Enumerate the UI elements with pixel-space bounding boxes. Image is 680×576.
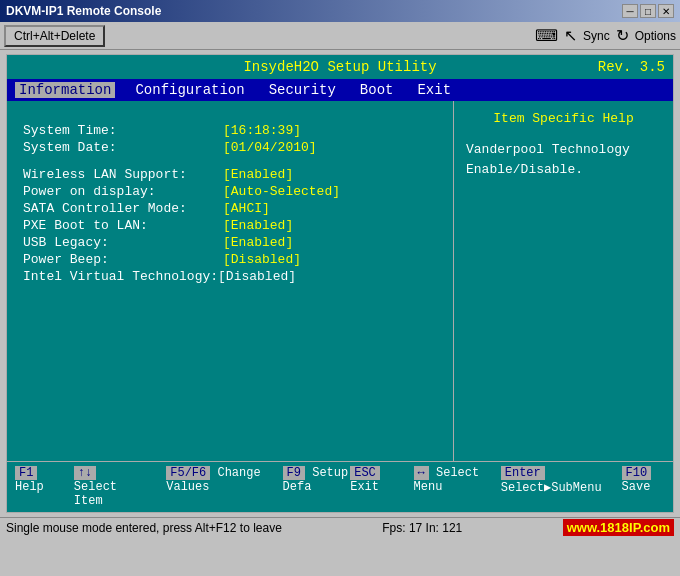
wireless-lan-row: Wireless LAN Support: [Enabled] — [23, 167, 437, 182]
menu-item-configuration[interactable]: Configuration — [131, 82, 248, 98]
sync-label[interactable]: Sync — [583, 29, 610, 43]
help-text-content: Vanderpool TechnologyEnable/Disable. — [466, 142, 630, 177]
bios-header: InsydeH2O Setup Utility Rev. 3.5 — [7, 55, 673, 79]
power-beep-row: Power Beep: [Disabled] — [23, 252, 437, 267]
menu-item-security[interactable]: Security — [265, 82, 340, 98]
intel-vt-label: Intel Virtual Technology:[Disabled] — [23, 269, 296, 284]
f1-key: F1 Help — [15, 466, 54, 508]
power-display-value[interactable]: [Auto-Selected] — [223, 184, 340, 199]
bios-right-panel: Item Specific Help Vanderpool Technology… — [453, 101, 673, 461]
menu-item-exit[interactable]: Exit — [413, 82, 455, 98]
usb-label: USB Legacy: — [23, 235, 223, 250]
status-text: Single mouse mode entered, press Alt+F12… — [6, 521, 282, 535]
updown-key: ↑↓ Select Item — [74, 466, 146, 508]
title-bar-controls: ─ □ ✕ — [622, 4, 674, 18]
watermark: www.1818IP.com — [563, 519, 674, 536]
usb-value[interactable]: [Enabled] — [223, 235, 293, 250]
wireless-lan-label: Wireless LAN Support: — [23, 167, 223, 182]
bios-left-panel: System Time: [16:18:39] System Date: [01… — [7, 101, 453, 461]
lr-key: ↔ Select Menu — [414, 466, 481, 508]
f9-key: F9 Setup Defa — [283, 466, 351, 508]
close-button[interactable]: ✕ — [658, 4, 674, 18]
title-bar-text: DKVM-IP1 Remote Console — [6, 4, 161, 18]
pxe-value[interactable]: [Enabled] — [223, 218, 293, 233]
bios-menubar: Information Configuration Security Boot … — [7, 79, 673, 101]
help-text: Vanderpool TechnologyEnable/Disable. — [466, 140, 661, 179]
footer-row-1: F1 Help ↑↓ Select Item F5/F6 Change Valu… — [15, 466, 350, 508]
power-beep-label: Power Beep: — [23, 252, 223, 267]
keyboard-icon[interactable]: ⌨ — [535, 26, 558, 45]
bios-footer: F1 Help ↑↓ Select Item F5/F6 Change Valu… — [7, 461, 673, 512]
title-bar: DKVM-IP1 Remote Console ─ □ ✕ — [0, 0, 680, 22]
system-date-label: System Date: — [23, 140, 223, 155]
power-beep-value[interactable]: [Disabled] — [223, 252, 301, 267]
system-time-row: System Time: [16:18:39] — [23, 123, 437, 138]
pxe-label: PXE Boot to LAN: — [23, 218, 223, 233]
bios-revision: Rev. 3.5 — [598, 59, 665, 75]
bios-title: InsydeH2O Setup Utility — [7, 59, 673, 75]
usb-row: USB Legacy: [Enabled] — [23, 235, 437, 250]
f5f6-key: F5/F6 Change Values — [166, 466, 262, 508]
esc-key: ESC Exit — [350, 466, 393, 508]
menu-item-information[interactable]: Information — [15, 82, 115, 98]
status-bar: Single mouse mode entered, press Alt+F12… — [0, 517, 680, 537]
minimize-button[interactable]: ─ — [622, 4, 638, 18]
system-date-value[interactable]: [01/04/2010] — [223, 140, 317, 155]
wireless-lan-value[interactable]: [Enabled] — [223, 167, 293, 182]
help-title: Item Specific Help — [466, 111, 661, 126]
system-date-row: System Date: [01/04/2010] — [23, 140, 437, 155]
system-time-value[interactable]: [16:18:39] — [223, 123, 301, 138]
sata-row: SATA Controller Mode: [AHCI] — [23, 201, 437, 216]
sata-label: SATA Controller Mode: — [23, 201, 223, 216]
system-time-label: System Time: — [23, 123, 223, 138]
enter-key: Enter Select▶SubMenu — [501, 466, 602, 508]
menu-item-boot[interactable]: Boot — [356, 82, 398, 98]
sync-icon[interactable]: ↻ — [616, 26, 629, 45]
toolbar-icons: ⌨ ↖ Sync ↻ Options — [535, 26, 676, 45]
cursor-icon[interactable]: ↖ — [564, 26, 577, 45]
bios-main: System Time: [16:18:39] System Date: [01… — [7, 101, 673, 461]
restore-button[interactable]: □ — [640, 4, 656, 18]
power-display-label: Power on display: — [23, 184, 223, 199]
sata-value[interactable]: [AHCI] — [223, 201, 270, 216]
fps-text: Fps: 17 In: 121 — [382, 521, 462, 535]
intel-vt-row: Intel Virtual Technology:[Disabled] — [23, 269, 437, 284]
ctrl-alt-delete-button[interactable]: Ctrl+Alt+Delete — [4, 25, 105, 47]
f10-key: F10 Save — [622, 466, 665, 508]
footer-row-2: ESC Exit ↔ Select Menu Enter Select▶SubM… — [350, 466, 665, 508]
power-display-row: Power on display: [Auto-Selected] — [23, 184, 437, 199]
options-label[interactable]: Options — [635, 29, 676, 43]
toolbar: Ctrl+Alt+Delete ⌨ ↖ Sync ↻ Options — [0, 22, 680, 50]
bios-container: InsydeH2O Setup Utility Rev. 3.5 Informa… — [6, 54, 674, 513]
pxe-row: PXE Boot to LAN: [Enabled] — [23, 218, 437, 233]
